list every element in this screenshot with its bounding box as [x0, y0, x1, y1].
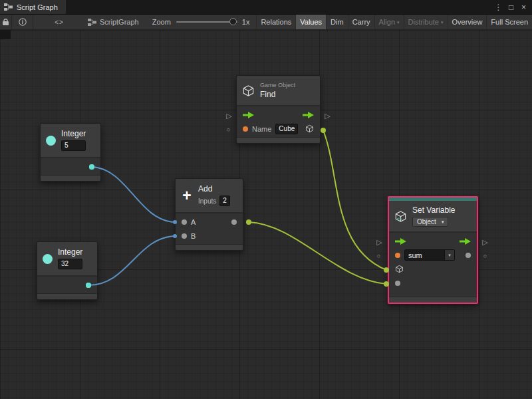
zoom-slider-track[interactable] — [176, 21, 237, 23]
port-row — [389, 262, 477, 276]
lock-icon — [2, 18, 9, 26]
graph-icon — [88, 19, 96, 26]
svg-text:<>: <> — [396, 215, 403, 221]
variable-name-value: sum — [405, 250, 444, 260]
zoom-slider[interactable] — [176, 17, 237, 27]
node-integer-2[interactable]: Integer 32 — [37, 241, 98, 300]
toolbar-button-overview[interactable]: Overview — [448, 15, 487, 29]
connection-add-to-setvariable-value[interactable] — [249, 222, 386, 284]
node-find[interactable]: Game Object Find Name Cube — [236, 75, 321, 144]
toolbar-button-relations[interactable]: Relations — [256, 15, 295, 29]
scope-label: Object — [417, 218, 436, 225]
node-header: Integer 5 — [41, 124, 100, 158]
integer-output-port[interactable] — [89, 164, 94, 170]
chevron-down-icon: ▾ — [448, 253, 451, 257]
wire-end-green[interactable] — [246, 219, 251, 225]
input-port-b[interactable] — [182, 233, 187, 239]
gameobject-input-icon[interactable] — [395, 265, 404, 273]
value-input-port[interactable] — [395, 281, 400, 286]
name-input-port[interactable] — [243, 126, 248, 132]
node-title: Set Variable — [412, 206, 455, 215]
toolbar-button-carry[interactable]: Carry — [348, 15, 374, 29]
window-controls: ⋮ □ × — [493, 0, 532, 14]
info-icon — [19, 18, 27, 26]
variable-name-port[interactable] — [395, 253, 400, 258]
node-title: Add — [198, 185, 230, 194]
port-row — [41, 160, 100, 174]
window-menu-icon[interactable]: ⋮ — [493, 0, 504, 14]
info-button[interactable] — [12, 15, 33, 29]
flow-in-arrow-icon[interactable] — [243, 112, 254, 118]
connection-find-to-setvariable-object[interactable] — [323, 130, 386, 270]
port-row — [389, 234, 477, 248]
node-set-variable[interactable]: <> Set Variable Object ▾ — [388, 196, 478, 304]
toolbar-button-dim[interactable]: Dim — [326, 15, 348, 29]
tab-title: Script Graph — [17, 3, 58, 11]
node-add[interactable]: + Add Inputs 2 A B — [175, 178, 243, 251]
setvar-value-out-port[interactable]: ○ — [481, 252, 489, 261]
chevron-down-icon: ▾ — [442, 219, 444, 224]
node-footer — [237, 137, 320, 143]
connection-integer2-to-add-b[interactable] — [88, 236, 175, 285]
graph-breadcrumb[interactable]: ScriptGraph — [88, 18, 139, 26]
port-row: A — [176, 215, 243, 229]
gameobject-output-icon[interactable] — [305, 124, 314, 133]
toolbar-button-align[interactable]: Align ▾ — [374, 15, 404, 29]
zoom-slider-handle[interactable] — [229, 18, 237, 25]
port-row: sum ▾ — [389, 248, 477, 262]
variable-name-dropdown[interactable]: sum ▾ — [404, 249, 455, 261]
flow-out-arrow-icon[interactable] — [460, 238, 471, 245]
graph-canvas[interactable]: Integer 5 Integer 32 + — [0, 30, 532, 399]
value-output-port[interactable] — [466, 253, 471, 258]
integer-value-field[interactable]: 5 — [61, 140, 86, 151]
node-ports — [41, 158, 100, 175]
align-label: Align — [379, 18, 395, 26]
dropdown-arrow-button[interactable]: ▾ — [444, 250, 454, 260]
toolbar-button-values[interactable]: Values — [295, 15, 326, 29]
node-ports — [37, 277, 97, 293]
title-bar: Script Graph ⋮ □ × — [0, 0, 532, 15]
graph-name: ScriptGraph — [100, 18, 139, 26]
node-footer — [37, 293, 97, 299]
input-port-a[interactable] — [182, 219, 187, 225]
cube-icon — [242, 84, 255, 97]
setvar-flow-in-port[interactable]: ▷ — [375, 238, 384, 247]
flow-out-arrow-icon[interactable] — [303, 112, 314, 118]
node-footer — [41, 175, 100, 181]
node-title: Integer — [58, 248, 82, 257]
find-flow-out-port[interactable]: ▷ — [323, 112, 332, 120]
script-graph-icon — [4, 3, 13, 11]
integer-icon — [46, 136, 56, 146]
node-header: Integer 32 — [37, 242, 97, 277]
window-tab[interactable]: Script Graph — [0, 0, 66, 14]
variable-scope-dropdown[interactable]: Object ▾ — [412, 217, 448, 227]
connection-integer1-to-add-a[interactable] — [92, 167, 175, 222]
toolbar-button-full-screen[interactable]: Full Screen — [486, 15, 532, 29]
node-title: Find — [260, 90, 295, 99]
inputs-count-field[interactable]: 2 — [219, 196, 230, 206]
port-label-a: A — [191, 218, 196, 226]
integer-output-port[interactable] — [86, 283, 91, 288]
zoom-value: 1x — [242, 18, 250, 26]
canvas-corner — [0, 30, 11, 39]
lock-button[interactable] — [0, 15, 12, 29]
node-category: Game Object — [260, 82, 295, 88]
node-ports: A B — [176, 213, 243, 244]
flow-in-arrow-icon[interactable] — [395, 238, 406, 245]
maximize-icon[interactable]: □ — [505, 0, 517, 14]
node-integer-1[interactable]: Integer 5 — [40, 123, 101, 182]
setvar-name-in-port[interactable]: ○ — [374, 252, 383, 261]
code-view-button[interactable]: <> — [48, 15, 70, 29]
find-name-in-port[interactable]: ○ — [224, 126, 233, 134]
close-icon[interactable]: × — [518, 0, 529, 14]
setvar-flow-out-port[interactable]: ▷ — [481, 238, 489, 247]
wire-end-green[interactable] — [321, 128, 326, 133]
node-title: Integer — [61, 130, 86, 138]
find-flow-in-port[interactable]: ▷ — [225, 112, 233, 120]
chevron-down-icon: ▾ — [397, 20, 400, 25]
toolbar-button-distribute[interactable]: Distribute ▾ — [404, 15, 448, 29]
name-value-field[interactable]: Cube — [275, 124, 298, 134]
node-ports: sum ▾ — [389, 233, 477, 297]
sum-output-port[interactable] — [231, 219, 237, 225]
integer-value-field[interactable]: 32 — [58, 259, 82, 269]
